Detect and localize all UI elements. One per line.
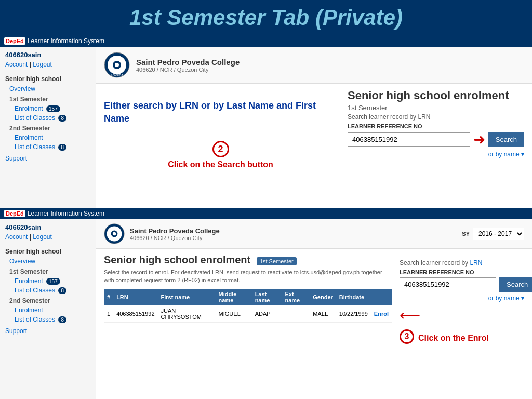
cell-lrn: 406385151992 [113,305,157,323]
table-header-row: # LRN First name Middle name Last name E… [104,289,392,305]
col-birthdate: Birthdate [336,289,371,305]
cell-middle: MIGUEL [216,305,252,323]
sidebar-bottom-links: Account | Logout [0,233,96,244]
step3-container: 3 Click on the Enrol [400,329,524,347]
cell-birthdate: 10/22/1999 [336,305,371,323]
school-name: Saint Pedro Poveda College [136,58,240,66]
sidebar-item-classes1[interactable]: List of Classes 8 [0,113,96,123]
school-sub-bottom: 406620 / NCR / Quezon City [130,235,220,241]
sidebar-bottom-classes1[interactable]: List of Classes 8 [0,286,96,295]
sidebar-item-enrolment2[interactable]: Enrolment [0,133,96,142]
sy-label: SY [462,231,470,237]
school-logo-icon: POVEDA [104,52,130,78]
col-ext: Ext name [282,289,310,305]
enrolment-badge: 157 [46,105,60,112]
classes2-badge: 8 [58,144,66,151]
sidebar-top: 406620sain Account | Logout Senior high … [0,47,96,208]
sidebar-account-links: Account | Logout [0,61,96,71]
col-first: First name [158,289,216,305]
enrolment-badge-bottom: 157 [46,278,60,285]
lrn-input-bottom[interactable] [400,277,496,291]
mid-lis-bar: DepEd Learner Information System [0,208,532,219]
col-lrn: LRN [113,289,157,305]
sidebar-bottom-enrolment2[interactable]: Enrolment [0,305,96,315]
svg-text:POVEDA: POVEDA [110,74,123,77]
main-top: POVEDA Saint Pedro Poveda College 406620… [96,47,532,208]
sidebar-bottom-overview[interactable]: Overview [0,257,96,266]
sidebar-section-senior: Senior high school [0,71,96,84]
cell-gender: MALE [310,305,336,323]
enrolment-left: Senior high school enrolment 1st Semeste… [104,254,392,347]
classes2-badge-bottom: 8 [58,316,66,323]
school-header-bottom: Saint Pedro Poveda College 406620 / NCR … [96,219,532,249]
lrn-link[interactable]: LRN [470,259,482,267]
col-num: # [104,289,113,305]
field-label-bottom: LEARNER REFERENCE NO [400,269,524,275]
instruction-text: Either search by LRN or by Last Name and… [104,89,337,125]
instruction-area: Either search by LRN or by Last Name and… [104,89,337,169]
cell-first: JUAN CHRYSOSTOM [158,305,216,323]
sidebar-bottom-username: 406620sain [0,219,96,233]
enrolment-table: # LRN First name Middle name Last name E… [104,289,392,323]
enrolment-desc: Select the record to enrol. For deactiva… [104,269,392,285]
sidebar-bottom-enrolment1[interactable]: Enrolment 157 [0,276,96,286]
semester-badge: 1st Semester [257,257,297,265]
or-by-name-bottom[interactable]: or by name ▾ [400,295,524,302]
account-link-bottom[interactable]: Account [5,233,28,241]
cell-action[interactable]: Enrol [371,305,392,323]
account-link[interactable]: Account [5,61,28,68]
col-action [371,289,392,305]
step2-label: Click on the Search button [109,160,332,169]
enrolment-title: Senior high school enrolment [104,254,250,265]
deped-logo-2: DepEd [4,210,25,217]
enrolment-title-row: Senior high school enrolment 1st Semeste… [104,254,392,266]
sidebar-item-support[interactable]: Support [0,152,96,165]
search-by-lrn-label-top: Search learner record by LRN [348,113,524,121]
search-button-top[interactable]: Search [488,132,524,147]
sy-select[interactable]: 2016 - 2017 [473,228,524,240]
logout-link[interactable]: Logout [33,61,52,68]
lrn-input-top[interactable] [348,132,470,147]
bottom-section: 406620sain Account | Logout Senior high … [0,219,532,399]
title-banner: 1st Semester Tab (Private) [0,0,532,35]
school-logo-bottom [104,223,125,244]
classes-badge: 8 [58,115,66,122]
or-by-name-top[interactable]: or by name ▾ [348,151,524,158]
step2-circle: 2 [212,141,229,157]
step3-circle: 3 [400,329,414,344]
sidebar-item-2nd-semester: 2nd Semester [0,123,96,133]
top-section: 406620sain Account | Logout Senior high … [0,47,532,208]
sidebar-item-overview[interactable]: Overview [0,84,96,94]
search-right-panel: Search learner record by LRN LEARNER REF… [400,254,524,347]
table-row: 1 406385151992 JUAN CHRYSOSTOM MIGUEL AD… [104,305,392,323]
search-panel-semester: 1st Semester [348,104,524,112]
enrol-link[interactable]: Enrol [374,311,389,317]
step2-container: 2 Click on the Search button [104,125,337,169]
top-lis-bar: DepEd Learner Information System [0,35,532,47]
school-info-top: Saint Pedro Poveda College 406620 / NCR … [136,58,240,73]
school-sub: 406620 / NCR / Quezon City [136,66,240,73]
col-last: Last name [252,289,282,305]
search-row-top: ➜ Search [348,131,524,148]
sidebar-item-classes2[interactable]: List of Classes 8 [0,142,96,152]
school-left: Saint Pedro Poveda College 406620 / NCR … [104,223,220,244]
field-label-top: LEARNER REFERENCE NO [348,123,524,129]
sidebar-item-enrolment1[interactable]: Enrolment 157 [0,104,96,113]
search-button-bottom[interactable]: Search [499,277,532,292]
sidebar-bottom: 406620sain Account | Logout Senior high … [0,219,96,399]
sidebar-username: 406620sain [0,47,96,61]
sidebar-bottom-sem1: 1st Semester [0,266,96,276]
school-header-top: POVEDA Saint Pedro Poveda College 406620… [96,47,532,84]
sidebar-bottom-support[interactable]: Support [0,324,96,338]
sidebar-bottom-classes2[interactable]: List of Classes 8 [0,315,96,324]
arrow-right-icon: ➜ [473,131,485,148]
sidebar-item-1st-semester: 1st Semester [0,94,96,104]
step3-label: Click on the Enrol [418,334,489,343]
cell-ext [282,305,310,323]
search-panel-top: Senior high school enrolment 1st Semeste… [348,89,524,169]
deped-logo: DepEd [4,37,25,45]
search-by-lrn-bottom: Search learner record by LRN [400,259,524,267]
main-bottom: Saint Pedro Poveda College 406620 / NCR … [96,219,532,399]
logout-link-bottom[interactable]: Logout [33,233,52,241]
school-info-bottom: Saint Pedro Poveda College 406620 / NCR … [130,227,220,241]
